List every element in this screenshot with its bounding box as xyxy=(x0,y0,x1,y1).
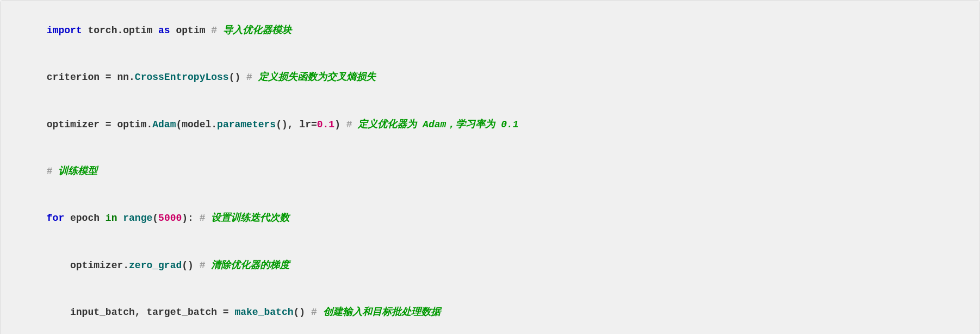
comment-hash: # xyxy=(346,119,358,130)
keyword-for: for xyxy=(47,213,64,224)
code-block: import torch.optim as optim # 导入优化器模块 cr… xyxy=(1,1,979,334)
code-line-3: optimizer = optim.Adam(model.parameters(… xyxy=(11,101,969,148)
function-name: range xyxy=(123,213,152,224)
code-text: optim xyxy=(170,25,212,36)
code-text: ( xyxy=(152,213,158,224)
keyword-import: import xyxy=(47,25,82,36)
code-text: (), lr= xyxy=(276,119,317,130)
comment-text: 设置训练迭代次数 xyxy=(211,213,289,224)
code-text: (model. xyxy=(176,119,217,130)
function-name: CrossEntropyLoss xyxy=(135,72,229,83)
code-text: () xyxy=(182,260,199,271)
code-line-5: for epoch in range(5000): # 设置训练迭代次数 xyxy=(11,195,969,242)
comment-text: 定义优化器为 Adam，学习率为 0.1 xyxy=(358,119,518,130)
comment-hash: # xyxy=(246,72,258,83)
code-line-1: import torch.optim as optim # 导入优化器模块 xyxy=(11,7,969,54)
comment-text: 创建输入和目标批处理数据 xyxy=(323,307,441,318)
comment-hash: # xyxy=(200,213,212,224)
code-text: input_batch, target_batch = xyxy=(47,307,235,318)
comment-hash: # xyxy=(311,307,323,318)
function-name: parameters xyxy=(217,119,276,130)
code-line-6: optimizer.zero_grad() # 清除优化器的梯度 xyxy=(11,242,969,289)
number-value: 5000 xyxy=(158,213,182,224)
keyword-in: in xyxy=(106,213,117,224)
function-name: make_batch xyxy=(234,307,293,318)
comment-text: 清除优化器的梯度 xyxy=(211,260,289,271)
code-text: () xyxy=(229,72,246,83)
comment-hash: # xyxy=(200,260,212,271)
comment-text: 训练模型 xyxy=(58,166,97,177)
function-name: Adam xyxy=(152,119,176,130)
main-container: import torch.optim as optim # 导入优化器模块 cr… xyxy=(0,0,980,334)
code-text: epoch xyxy=(64,213,106,224)
comment-text: 定义损失函数为交叉熵损失 xyxy=(258,72,376,83)
code-text: optimizer. xyxy=(47,260,129,271)
keyword-as: as xyxy=(158,25,170,36)
code-text: torch.optim xyxy=(82,25,158,36)
code-text: optimizer = optim. xyxy=(47,119,152,130)
comment-text: 导入优化器模块 xyxy=(223,25,291,36)
code-text: criterion = nn. xyxy=(47,72,135,83)
comment-hash: # xyxy=(47,166,59,177)
comment-hash: # xyxy=(211,25,223,36)
function-name: zero_grad xyxy=(129,260,182,271)
code-line-7: input_batch, target_batch = make_batch()… xyxy=(11,289,969,334)
number-value: 0.1 xyxy=(317,119,334,130)
code-text: ): xyxy=(182,213,199,224)
code-text: ) xyxy=(334,119,346,130)
code-text xyxy=(117,213,123,224)
code-text: () xyxy=(294,307,311,318)
code-line-4: # 训练模型 xyxy=(11,148,969,195)
code-line-2: criterion = nn.CrossEntropyLoss() # 定义损失… xyxy=(11,54,969,101)
